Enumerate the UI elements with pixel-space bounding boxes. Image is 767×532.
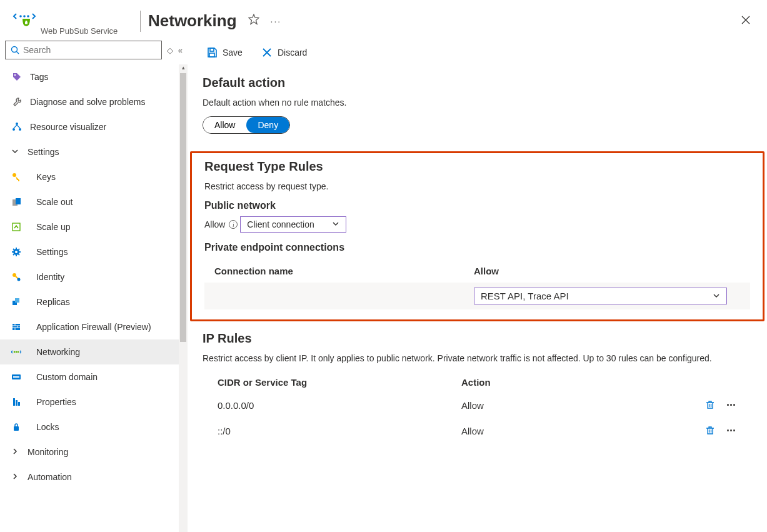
sidebar-scrollbar[interactable]: ▴ bbox=[179, 64, 188, 532]
visualizer-icon bbox=[11, 122, 23, 132]
svg-point-8 bbox=[16, 123, 18, 125]
col-cidr: CIDR or Service Tag bbox=[218, 377, 461, 388]
nav-scale-out[interactable]: Scale out bbox=[0, 189, 188, 214]
private-endpoint-row: REST API, Trace API bbox=[204, 283, 750, 309]
delete-rule-button[interactable] bbox=[704, 423, 716, 439]
private-endpoint-table: Connection name Allow REST API, Trace AP… bbox=[204, 259, 750, 309]
properties-icon bbox=[10, 397, 23, 407]
identity-icon bbox=[10, 272, 23, 282]
svg-point-6 bbox=[12, 47, 18, 53]
ip-rules-heading: IP Rules bbox=[203, 331, 752, 346]
default-action-heading: Default action bbox=[203, 76, 752, 90]
nav-custom-domain[interactable]: Custom domain bbox=[0, 364, 188, 389]
nav-identity[interactable]: Identity bbox=[0, 264, 188, 289]
col-connection-name: Connection name bbox=[214, 266, 474, 276]
favorite-button[interactable] bbox=[244, 10, 263, 32]
row-more-button[interactable]: ··· bbox=[725, 398, 737, 413]
svg-rect-5 bbox=[25, 22, 28, 24]
page-title: Networking bbox=[148, 11, 237, 31]
close-icon bbox=[741, 15, 751, 25]
request-type-rules-highlight: Request Type Rules Restrict access by re… bbox=[190, 151, 764, 321]
action-cell: Allow bbox=[461, 426, 704, 436]
collapse-sidebar-button[interactable]: « bbox=[178, 46, 183, 55]
svg-rect-27 bbox=[13, 398, 15, 406]
svg-point-2 bbox=[27, 15, 29, 18]
search-icon bbox=[11, 46, 19, 54]
nav-group-automation[interactable]: Automation bbox=[0, 464, 188, 489]
deny-toggle[interactable]: Deny bbox=[246, 117, 289, 133]
private-endpoint-heading: Private endpoint connections bbox=[204, 242, 750, 253]
svg-point-0 bbox=[19, 15, 22, 18]
nav-firewall[interactable]: Application Firewall (Preview) bbox=[0, 314, 188, 339]
key-icon bbox=[10, 172, 23, 182]
expand-icon[interactable]: ◇ bbox=[167, 46, 173, 55]
chevron-down-icon bbox=[332, 220, 339, 229]
nav-keys[interactable]: Keys bbox=[0, 164, 188, 189]
svg-point-24 bbox=[18, 351, 19, 353]
svg-point-18 bbox=[18, 278, 21, 281]
search-input[interactable] bbox=[23, 45, 156, 55]
default-action-desc: Default action when no rule matches. bbox=[203, 98, 752, 108]
delete-rule-button[interactable] bbox=[704, 398, 716, 413]
chevron-right-icon bbox=[11, 448, 20, 457]
networking-icon bbox=[10, 347, 23, 357]
svg-point-7 bbox=[14, 74, 16, 76]
request-rules-heading: Request Type Rules bbox=[204, 159, 750, 174]
lock-icon bbox=[10, 422, 23, 432]
allow-toggle[interactable]: Allow bbox=[203, 117, 246, 133]
allow-label: Allow bbox=[204, 219, 225, 229]
nav-scale-up[interactable]: Scale up bbox=[0, 214, 188, 239]
svg-point-10 bbox=[19, 128, 21, 131]
row-more-button[interactable]: ··· bbox=[725, 423, 737, 439]
private-allow-dropdown[interactable]: REST API, Trace API bbox=[474, 288, 727, 304]
more-button[interactable]: ··· bbox=[267, 13, 286, 30]
trash-icon bbox=[705, 399, 715, 409]
tag-icon bbox=[11, 72, 23, 82]
ellipsis-icon: ··· bbox=[271, 16, 282, 26]
discard-button[interactable]: Discard bbox=[258, 44, 311, 61]
close-button[interactable] bbox=[737, 10, 754, 32]
svg-point-22 bbox=[14, 351, 16, 353]
nav-diagnose[interactable]: Diagnose and solve problems bbox=[0, 89, 188, 114]
svg-rect-30 bbox=[14, 426, 19, 431]
request-rules-desc: Restrict access by request type. bbox=[204, 181, 750, 191]
svg-rect-13 bbox=[16, 198, 21, 204]
svg-rect-28 bbox=[16, 400, 18, 406]
nav-tags[interactable]: Tags bbox=[0, 64, 188, 89]
nav-group-monitoring[interactable]: Monitoring bbox=[0, 439, 188, 464]
nav-resource-visualizer[interactable]: Resource visualizer bbox=[0, 114, 188, 139]
svg-rect-26 bbox=[13, 376, 19, 378]
svg-point-23 bbox=[16, 351, 18, 353]
sidebar-nav: Tags Diagnose and solve problems Resourc… bbox=[0, 64, 188, 489]
nav-group-settings[interactable]: Settings bbox=[0, 139, 188, 164]
nav-replicas[interactable]: Replicas bbox=[0, 289, 188, 314]
save-button[interactable]: Save bbox=[203, 44, 246, 61]
action-cell: Allow bbox=[461, 400, 704, 411]
chevron-down-icon bbox=[11, 148, 20, 157]
scroll-thumb[interactable] bbox=[180, 73, 186, 342]
public-allow-dropdown[interactable]: Client connection bbox=[240, 216, 346, 233]
trash-icon bbox=[705, 425, 715, 435]
svg-rect-21 bbox=[13, 324, 20, 330]
dropdown-value: REST API, Trace API bbox=[481, 291, 569, 301]
gear-icon bbox=[10, 247, 23, 257]
info-icon[interactable]: i bbox=[229, 220, 238, 229]
nav-settings-item[interactable]: Settings bbox=[0, 239, 188, 264]
replicas-icon bbox=[10, 297, 23, 307]
save-icon bbox=[206, 47, 218, 58]
nav-locks[interactable]: Locks bbox=[0, 414, 188, 439]
default-action-toggle: Allow Deny bbox=[203, 116, 290, 134]
svg-rect-29 bbox=[18, 402, 20, 406]
nav-properties[interactable]: Properties bbox=[0, 389, 188, 414]
ellipsis-icon: ··· bbox=[726, 399, 736, 411]
public-network-heading: Public network bbox=[204, 200, 750, 211]
sidebar-search[interactable] bbox=[5, 41, 162, 59]
cidr-cell: ::/0 bbox=[218, 426, 461, 436]
svg-point-9 bbox=[13, 128, 15, 131]
nav-networking[interactable]: Networking bbox=[0, 339, 188, 364]
ip-rule-row: ::/0 Allow ··· bbox=[203, 418, 752, 444]
header-divider bbox=[140, 11, 141, 32]
cidr-cell: 0.0.0.0/0 bbox=[218, 400, 461, 411]
svg-rect-31 bbox=[210, 48, 214, 51]
chevron-down-icon bbox=[713, 292, 720, 301]
